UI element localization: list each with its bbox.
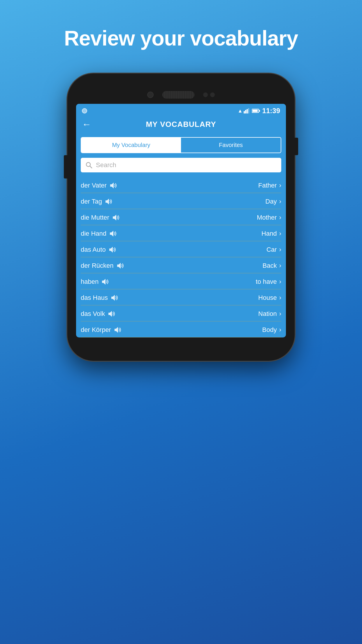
power-button xyxy=(295,138,298,155)
chevron-icon-0: › xyxy=(279,182,281,189)
tab-my-vocabulary[interactable]: My Vocabulary xyxy=(81,138,181,153)
vocab-item[interactable]: der Rücken Back › xyxy=(81,257,281,273)
chevron-icon-4: › xyxy=(279,246,281,253)
svg-marker-16 xyxy=(111,295,115,301)
chevron-icon-3: › xyxy=(279,230,281,237)
svg-marker-13 xyxy=(109,247,113,253)
vocab-item[interactable]: das Volk Nation › xyxy=(81,305,281,321)
vocab-english-2: Mother xyxy=(257,214,277,221)
vocab-left-3: die Hand xyxy=(81,230,117,237)
speaker-icon-3[interactable] xyxy=(110,231,117,237)
chevron-icon-1: › xyxy=(279,198,281,205)
tab-favorites[interactable]: Favorites xyxy=(181,138,281,153)
svg-marker-17 xyxy=(108,311,112,317)
status-right: ▴ 11:39 xyxy=(239,107,280,115)
back-button[interactable]: ← xyxy=(82,120,91,129)
sensor-dots xyxy=(203,92,215,97)
vocab-german-8: das Volk xyxy=(81,310,105,318)
svg-rect-2 xyxy=(247,109,248,113)
wifi-icon: ▴ xyxy=(239,108,241,114)
vocab-right-5: Back › xyxy=(263,262,281,270)
svg-rect-6 xyxy=(259,110,260,112)
search-input[interactable]: Search xyxy=(96,161,116,169)
sensor-dot-2 xyxy=(210,92,215,97)
vocab-english-8: Nation xyxy=(258,310,277,318)
speaker-icon-1[interactable] xyxy=(106,199,113,204)
vocab-german-6: haben xyxy=(81,278,99,286)
vocab-german-5: der Rücken xyxy=(81,262,114,270)
vocab-english-7: House xyxy=(258,294,277,302)
svg-rect-0 xyxy=(244,111,245,113)
vocab-item[interactable]: die Hand Hand › xyxy=(81,225,281,241)
vocab-left-5: der Rücken xyxy=(81,262,125,270)
app-title: MY VOCABULARY xyxy=(146,120,216,129)
vocab-right-6: to have › xyxy=(256,278,282,286)
vocab-item[interactable]: die Mutter Mother › xyxy=(81,209,281,225)
tab-favorites-label: Favorites xyxy=(219,142,243,148)
svg-marker-11 xyxy=(113,215,116,220)
vocab-item[interactable]: der Tag Day › xyxy=(81,193,281,209)
vocab-english-3: Hand xyxy=(261,230,277,237)
vocab-left-7: das Haus xyxy=(81,294,119,302)
speaker-icon-4[interactable] xyxy=(109,247,117,253)
vocab-german-1: der Tag xyxy=(81,198,102,205)
vocab-right-1: Day › xyxy=(266,198,281,205)
svg-line-8 xyxy=(90,166,92,168)
speaker-icon-6[interactable] xyxy=(102,279,110,285)
vocab-right-7: House › xyxy=(258,294,281,302)
chevron-icon-6: › xyxy=(279,278,281,286)
front-camera xyxy=(147,92,154,98)
vocab-english-6: to have xyxy=(256,278,277,286)
vocab-english-0: Father xyxy=(258,182,277,189)
chevron-icon-2: › xyxy=(279,214,281,221)
vocab-left-4: das Auto xyxy=(81,246,117,253)
vocab-german-3: die Hand xyxy=(81,230,106,237)
svg-marker-15 xyxy=(102,279,106,285)
status-left xyxy=(82,108,87,113)
vocab-list: der Vater Father › der Tag xyxy=(76,177,286,337)
speaker-icon-0[interactable] xyxy=(110,183,118,188)
vocab-item[interactable]: das Haus House › xyxy=(81,289,281,305)
search-bar[interactable]: Search xyxy=(81,158,281,172)
svg-marker-10 xyxy=(106,199,109,204)
vocab-left-6: haben xyxy=(81,278,110,286)
speaker-icon-2[interactable] xyxy=(113,215,120,220)
vocab-left-0: der Vater xyxy=(81,182,118,189)
svg-rect-3 xyxy=(248,108,249,113)
volume-button xyxy=(64,155,67,178)
vocab-right-8: Nation › xyxy=(258,310,281,318)
signal-icon xyxy=(244,108,249,113)
vocab-left-8: das Volk xyxy=(81,310,116,318)
earpiece-speaker xyxy=(162,91,194,99)
battery-icon xyxy=(252,108,260,113)
vocab-item[interactable]: haben to have › xyxy=(81,273,281,289)
vocab-item[interactable]: der Körper Body › xyxy=(81,321,281,337)
svg-marker-9 xyxy=(110,183,114,188)
sensor-dot-1 xyxy=(203,92,208,97)
speaker-icon-8[interactable] xyxy=(108,311,116,317)
vocab-german-7: das Haus xyxy=(81,294,108,302)
page-headline: Review your vocabulary xyxy=(64,26,298,50)
app-bar: ← MY VOCABULARY xyxy=(76,117,286,134)
vocab-german-4: das Auto xyxy=(81,246,106,253)
speaker-icon-7[interactable] xyxy=(111,295,119,301)
vocab-item[interactable]: der Vater Father › xyxy=(81,177,281,193)
vocab-german-2: die Mutter xyxy=(81,214,109,221)
phone-top-bar xyxy=(76,91,286,99)
vocab-left-1: der Tag xyxy=(81,198,113,205)
vocab-right-4: Car › xyxy=(266,246,281,253)
vocab-item[interactable]: das Auto Car › xyxy=(81,241,281,257)
vocab-english-1: Day xyxy=(266,198,277,205)
speaker-icon-9[interactable] xyxy=(115,327,122,333)
vocab-german-0: der Vater xyxy=(81,182,107,189)
status-time: 11:39 xyxy=(262,107,280,115)
notification-dot xyxy=(82,108,87,113)
vocab-right-2: Mother › xyxy=(257,214,281,221)
chevron-icon-5: › xyxy=(279,262,281,270)
tabs-container: My Vocabulary Favorites xyxy=(81,137,281,153)
phone-mockup: ▴ 11:39 xyxy=(67,74,295,361)
tab-my-vocabulary-label: My Vocabulary xyxy=(112,142,150,148)
speaker-icon-5[interactable] xyxy=(117,263,125,269)
chevron-icon-9: › xyxy=(279,326,281,334)
chevron-icon-8: › xyxy=(279,310,281,318)
